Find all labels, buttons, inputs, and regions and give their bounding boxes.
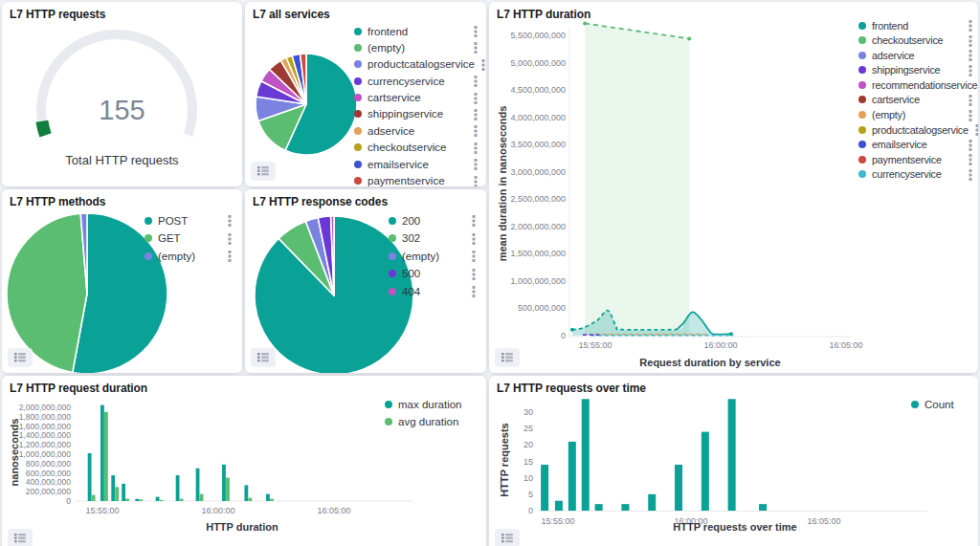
legend-item: adservice — [354, 124, 479, 137]
legend-item-label[interactable]: recommendationservice — [872, 79, 977, 91]
legend-item-menu-button[interactable] — [968, 153, 973, 165]
boxes-vertical-icon — [472, 232, 476, 245]
legend-item-label[interactable]: 200 — [402, 215, 420, 227]
legend-item-label[interactable]: frontend — [368, 26, 408, 37]
legend-item-menu-button[interactable] — [968, 139, 973, 151]
legend-item: GET — [145, 232, 233, 245]
legend-item-menu-button[interactable] — [471, 268, 477, 280]
legend-color-dot — [385, 401, 392, 408]
legend-item-label[interactable]: 404 — [402, 286, 420, 297]
legend-item-menu-button[interactable] — [471, 285, 477, 297]
legend-item-menu-button[interactable] — [473, 25, 479, 37]
legend-item-menu-button[interactable] — [968, 34, 973, 47]
legend-item-menu-button[interactable] — [968, 168, 973, 181]
legend-item-label[interactable]: Count — [924, 399, 954, 410]
legend-color-dot — [911, 401, 919, 408]
legend-item-menu-button[interactable] — [471, 214, 477, 227]
legend-item-label[interactable]: cartservice — [872, 94, 920, 105]
svg-text:20: 20 — [523, 440, 533, 449]
legend-item-label[interactable]: currencyservice — [872, 168, 942, 180]
legend-item-menu-button[interactable] — [471, 232, 477, 245]
svg-text:3,000,000,000: 3,000,000,000 — [510, 167, 566, 177]
legend-item-menu-button[interactable] — [968, 109, 973, 121]
legend-item-label[interactable]: productcatalogservice — [872, 124, 969, 136]
legend-toggle-button[interactable] — [8, 348, 33, 367]
legend-item-menu-button[interactable] — [473, 175, 479, 186]
legend-item: max duration — [385, 399, 477, 410]
legend-item-label[interactable]: GET — [158, 232, 181, 244]
boxes-vertical-icon — [472, 268, 476, 280]
legend-item-label[interactable]: adservice — [368, 125, 414, 137]
legend-item: recommendationservice — [858, 78, 973, 91]
legend-item: POST — [145, 214, 233, 227]
boxes-vertical-icon — [969, 153, 972, 165]
legend-item: avg duration — [385, 416, 477, 427]
svg-text:3,500,000,000: 3,500,000,000 — [510, 140, 566, 149]
legend-toggle-button[interactable] — [251, 348, 276, 367]
legend-item-label[interactable]: adservice — [872, 50, 914, 61]
legend-item-menu-button[interactable] — [968, 49, 973, 61]
legend-color-dot — [354, 94, 362, 101]
legend-item-menu-button[interactable] — [473, 75, 479, 87]
legend-item: (empty) — [145, 250, 233, 262]
boxes-vertical-icon — [969, 139, 972, 151]
legend-item-label[interactable]: checkoutservice — [872, 34, 943, 46]
legend-item-menu-button[interactable] — [471, 250, 477, 262]
boxes-vertical-icon — [969, 94, 972, 106]
legend-item-menu-button[interactable] — [473, 124, 479, 137]
svg-text:25: 25 — [523, 424, 533, 433]
legend-item-label[interactable]: currencyservice — [368, 76, 445, 87]
legend-item-label[interactable]: (empty) — [368, 42, 405, 54]
legend-item-menu-button[interactable] — [473, 158, 479, 170]
legend-item-menu-button[interactable] — [227, 214, 233, 227]
legend-item-label[interactable]: avg duration — [398, 416, 458, 427]
legend-item-label[interactable]: frontend — [872, 20, 908, 32]
legend-item: currencyservice — [354, 75, 479, 87]
boxes-vertical-icon — [969, 34, 972, 47]
legend-item-menu-button[interactable] — [968, 64, 973, 76]
boxes-vertical-icon — [228, 214, 232, 227]
legend-item-menu-button[interactable] — [473, 92, 479, 104]
legend-item-menu-button[interactable] — [473, 108, 479, 120]
legend-item: emailservice — [858, 139, 973, 151]
legend-item-label[interactable]: emailservice — [368, 159, 429, 170]
legend-item-label[interactable]: (empty) — [158, 251, 195, 262]
legend-item-label[interactable]: cartservice — [368, 92, 421, 103]
legend-item-menu-button[interactable] — [227, 250, 233, 262]
list-icon — [501, 352, 513, 363]
legend-item-label[interactable]: paymentservice — [872, 154, 942, 165]
legend-item-label[interactable]: max duration — [398, 399, 461, 410]
svg-text:1,600,000,000: 1,600,000,000 — [19, 422, 72, 431]
svg-text:2,000,000,000: 2,000,000,000 — [19, 403, 72, 412]
legend-item-label[interactable]: checkoutservice — [368, 142, 446, 153]
legend-item-menu-button[interactable] — [968, 94, 973, 106]
legend-item-label[interactable]: emailservice — [872, 139, 927, 150]
legend-item-label[interactable]: (empty) — [402, 251, 439, 262]
legend-color-dot — [389, 270, 396, 277]
legend-toggle-button[interactable] — [495, 348, 520, 367]
boxes-vertical-icon — [228, 250, 232, 262]
legend-item-label[interactable]: (empty) — [872, 109, 905, 120]
legend-toggle-button[interactable] — [251, 162, 276, 181]
legend-toggle-button[interactable] — [8, 529, 33, 546]
panel-l7-http-duration: L7 HTTP duration 0500,000,0001,000,000,0… — [489, 2, 978, 373]
legend-item-label[interactable]: 302 — [402, 232, 420, 244]
legend-item-label[interactable]: shippingservice — [368, 108, 443, 120]
panel-l7-requests-over-time: L7 HTTP requests over time 0510152025301… — [489, 376, 978, 546]
legend-item-menu-button[interactable] — [968, 19, 973, 32]
legend-item-menu-button[interactable] — [480, 58, 486, 71]
legend-item-menu-button[interactable] — [473, 142, 479, 154]
legend-item-label[interactable]: POST — [158, 215, 188, 227]
legend-item-label[interactable]: paymentservice — [368, 175, 445, 186]
boxes-vertical-icon — [474, 175, 478, 186]
legend-item-menu-button[interactable] — [974, 123, 978, 136]
legend-item-label[interactable]: productcatalogservice — [368, 58, 475, 70]
legend-item-menu-button[interactable] — [227, 232, 233, 245]
legend-item: paymentservice — [858, 153, 973, 165]
legend-toggle-button[interactable] — [495, 529, 520, 546]
boxes-vertical-icon — [969, 168, 972, 181]
legend-item-label[interactable]: 500 — [402, 268, 420, 279]
legend-item-label[interactable]: shippingservice — [872, 64, 940, 76]
legend-item-menu-button[interactable] — [473, 41, 479, 54]
legend-color-dot — [354, 127, 362, 135]
